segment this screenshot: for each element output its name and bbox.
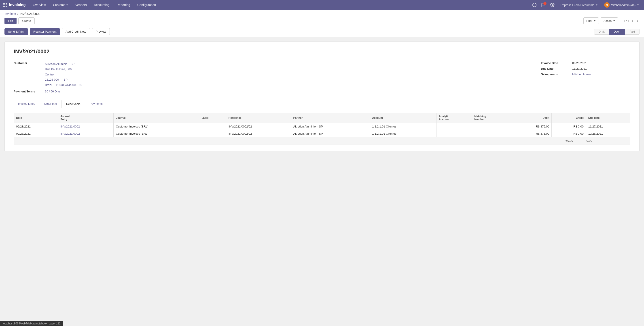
main-content: INV/2021/0002 Customer Akretion Aluminio… [0,37,644,318]
row2-journal: Customer Invoices (BRL) [114,130,199,137]
customer-address1: Rua Paulo Dias, 586 [45,67,82,72]
invoice-date-field: Invoice Date 09/28/2021 [541,61,630,65]
col-analytic-account: AnalyticAccount [436,113,472,123]
user-selector[interactable]: M Mitchell Admin (db) ▼ [602,1,641,8]
table-footer: 750.00 0.00 [14,137,630,145]
status-step-paid[interactable]: Paid [625,29,640,35]
company-selector[interactable]: Empresa Lucro Presumido ▼ [558,2,600,7]
invoice-header: Customer Akretion Aluminio – SP Rua Paul… [14,61,630,93]
row2-date: 09/28/2021 [14,130,58,137]
edit-button[interactable]: Edit [4,18,16,24]
notification-badge: 1 [544,2,546,5]
company-name: Empresa Lucro Presumido [560,3,594,7]
col-partner: Partner [291,113,370,123]
status-step-draft[interactable]: Draft [594,29,609,35]
row1-analytic-account [436,123,472,130]
salesperson-label: Salesperson [541,73,572,76]
app-logo[interactable]: Invoicing [3,3,26,7]
action-label: Action [604,19,612,22]
col-matching-number: MatchingNumber [472,113,510,123]
nav-right: 1 Empresa Lucro Presumido ▼ M Mitchell A… [531,1,641,8]
pagination-prev[interactable]: ‹ [630,18,634,23]
row2-debit: R$ 375.00 [510,130,552,137]
nav-item-vendors[interactable]: Vendors [72,0,90,10]
app-title: Invoicing [9,3,26,7]
row2-reference: INV/2021/0002/02 [226,130,291,137]
row2-label [199,130,226,137]
top-nav: Invoicing Overview Customers Vendors Acc… [0,0,644,10]
status-step-open[interactable]: Open [609,29,625,35]
action-dropdown-button[interactable]: Action ▼ [600,17,618,24]
tab-payments[interactable]: Payments [85,100,107,108]
table-container: Date JournalEntry Journal Label Referenc… [14,113,630,145]
nav-item-accounting[interactable]: Accounting [90,0,113,10]
row1-due-date: 11/27/2021 [586,123,630,130]
send-print-button[interactable]: Send & Print [4,28,28,35]
col-reference: Reference [226,113,291,123]
svg-point-2 [552,4,553,5]
action-chevron-icon: ▼ [613,20,615,22]
tab-other-info[interactable]: Other Info [40,100,62,108]
debit-total: 750.00 [564,139,573,143]
row1-account: 1.1.2.1.01 Clientes [370,123,436,130]
question-icon [532,3,537,7]
receivable-table: Date JournalEntry Journal Label Referenc… [14,113,630,137]
register-payment-button[interactable]: Register Payment [30,28,60,35]
salesperson-value[interactable]: Mitchell Admin [572,73,591,76]
payment-terms-field: Payment Terms 30 / 60 Dias [14,90,528,93]
tabs: Invoice Lines Other Info Receivable Paym… [14,100,630,108]
nav-item-customers[interactable]: Customers [50,0,72,10]
print-dropdown-button[interactable]: Print ▼ [584,17,599,24]
col-label: Label [199,113,226,123]
user-name: Mitchell Admin (db) [611,3,636,7]
pagination: 1 / 1 ‹ › [624,18,640,23]
toolbar: Edit Create Print ▼ Action ▼ 1 / 1 ‹ › [0,16,644,26]
nav-items: Overview Customers Vendors Accounting Re… [29,0,531,10]
col-debit: Debit [510,113,552,123]
preview-button[interactable]: Preview [92,28,110,35]
invoice-date-value: 09/28/2021 [572,61,587,65]
add-credit-note-button[interactable]: Add Credit Note [62,28,90,35]
salesperson-field: Salesperson Mitchell Admin [541,73,630,76]
help-icon-btn[interactable] [531,1,538,8]
invoice-right: Invoice Date 09/28/2021 Due Date 11/27/2… [541,61,630,93]
customer-label: Customer [14,61,45,65]
workflow-bar: Send & Print Register Payment Add Credit… [0,26,644,37]
grid-icon [3,3,7,7]
tab-receivable[interactable]: Receivable [62,100,85,108]
row1-journal-entry[interactable]: INV/2021/0002 [58,123,114,130]
tab-invoice-lines[interactable]: Invoice Lines [14,100,40,108]
invoice-card: INV/2021/0002 Customer Akretion Aluminio… [4,41,640,151]
create-button[interactable]: Create [18,17,35,24]
col-journal-entry: JournalEntry [58,113,114,123]
avatar: M [604,2,610,7]
breadcrumb-parent[interactable]: Invoices [4,12,16,16]
status-steps: Draft Open Paid [594,29,640,35]
user-chevron-icon: ▼ [637,4,639,6]
payment-terms-value: 30 / 60 Dias [45,90,60,93]
gear-icon [550,3,554,7]
nav-item-overview[interactable]: Overview [29,0,50,10]
row2-credit: R$ 0.00 [552,130,586,137]
row2-account: 1.1.2.1.01 Clientes [370,130,436,137]
invoice-date-label: Invoice Date [541,61,572,65]
table-row: 09/28/2021 INV/2021/0002 Customer Invoic… [14,130,630,137]
table-row: 09/28/2021 INV/2021/0002 Customer Invoic… [14,123,630,130]
row2-partner: Akretion Aluminio – SP [291,130,370,137]
row2-analytic-account [436,130,472,137]
nav-item-reporting[interactable]: Reporting [113,0,134,10]
settings-icon-btn[interactable] [549,1,556,8]
col-journal: Journal [114,113,199,123]
breadcrumb-separator: / [17,12,18,16]
row1-credit: R$ 0.00 [552,123,586,130]
nav-item-configuration[interactable]: Configuration [134,0,160,10]
messages-icon-btn[interactable]: 1 [540,1,547,8]
row1-partner: Akretion Aluminio – SP [291,123,370,130]
customer-name[interactable]: Akretion Aluminio – SP [45,61,82,67]
row2-due-date: 10/28/2021 [586,130,630,137]
breadcrumb-current: INV/2021/0002 [20,12,40,16]
row1-journal: Customer Invoices (BRL) [114,123,199,130]
row2-journal-entry[interactable]: INV/2021/0002 [58,130,114,137]
row2-matching-number [472,130,510,137]
pagination-next[interactable]: › [636,18,640,23]
